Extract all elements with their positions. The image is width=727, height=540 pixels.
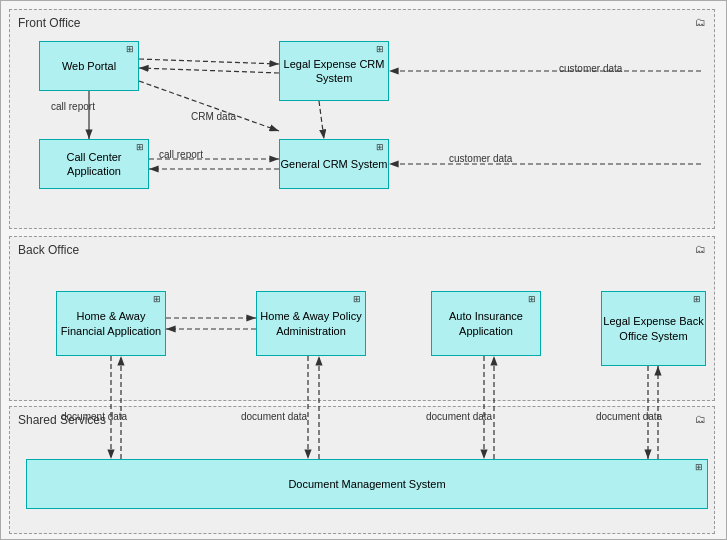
call-report-1-label: call report bbox=[51, 101, 95, 112]
legal-expense-crm-box[interactable]: ⊞ Legal Expense CRM System bbox=[279, 41, 389, 101]
document-data-3-label: document data bbox=[426, 411, 492, 422]
document-data-2-label: document data bbox=[241, 411, 307, 422]
home-away-policy-box[interactable]: ⊞ Home & Away Policy Administration bbox=[256, 291, 366, 356]
web-portal-box[interactable]: ⊞ Web Portal bbox=[39, 41, 139, 91]
back-office-icon: 🗂 bbox=[695, 243, 706, 255]
customer-data-2-label: customer data bbox=[449, 153, 512, 164]
auto-insurance-box[interactable]: ⊞ Auto Insurance Application bbox=[431, 291, 541, 356]
document-data-1-label: document data bbox=[61, 411, 127, 422]
diagram-container: Front Office 🗂 Back Office 🗂 Shared Serv… bbox=[0, 0, 727, 540]
document-data-4-label: document data bbox=[596, 411, 662, 422]
legal-expense-back-box[interactable]: ⊞ Legal Expense Back Office System bbox=[601, 291, 706, 366]
customer-data-1-label: customer data bbox=[559, 63, 622, 74]
shared-services-icon: 🗂 bbox=[695, 413, 706, 425]
home-away-financial-box[interactable]: ⊞ Home & Away Financial Application bbox=[56, 291, 166, 356]
crm-data-label: CRM data bbox=[191, 111, 236, 122]
front-office-icon: 🗂 bbox=[695, 16, 706, 28]
document-management-box[interactable]: ⊞ Document Management System bbox=[26, 459, 708, 509]
call-center-box[interactable]: ⊞ Call Center Application bbox=[39, 139, 149, 189]
front-office-label: Front Office bbox=[18, 16, 80, 30]
general-crm-box[interactable]: ⊞ General CRM System bbox=[279, 139, 389, 189]
back-office-label: Back Office bbox=[18, 243, 79, 257]
call-report-2-label: call report bbox=[159, 149, 203, 160]
